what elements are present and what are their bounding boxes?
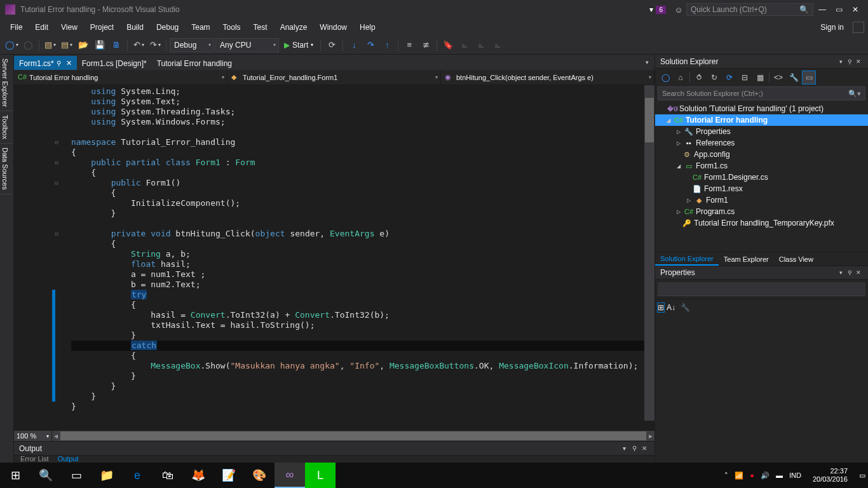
close-tab-icon[interactable]: ✕: [66, 59, 72, 67]
form1resx-node[interactable]: 📄Form1.resx: [655, 183, 868, 194]
project-node[interactable]: ◢C#Tutorial Error handling: [655, 114, 868, 126]
task-view-button[interactable]: ▭: [61, 463, 92, 488]
horizontal-scrollbar[interactable]: 100 %▾ ◂ ▸: [14, 431, 654, 441]
se-dropdown-icon[interactable]: ▾: [836, 58, 845, 65]
platform-dropdown[interactable]: Any CPU: [215, 38, 279, 52]
se-back-icon[interactable]: ◯: [659, 71, 672, 84]
code-editor[interactable]: ⊟⊟⊟ ⊟ using System.Linq; using System.Te…: [14, 85, 654, 431]
system-tray[interactable]: ˄ 📶 ● 🔊 ▬ IND 22:37 20/03/2016 ▭: [724, 467, 868, 484]
tray-chevron-icon[interactable]: ˄: [724, 471, 728, 480]
output-pin-icon[interactable]: ⚲: [629, 445, 639, 452]
props-close-icon[interactable]: ✕: [854, 269, 863, 276]
sign-in-link[interactable]: Sign in: [815, 20, 849, 34]
find-prev-button[interactable]: ⎁: [490, 37, 505, 53]
menu-tools[interactable]: Tools: [217, 20, 247, 34]
menu-debug[interactable]: Debug: [150, 20, 185, 34]
tab-dropdown-button[interactable]: ▾: [639, 55, 654, 70]
start-menu-button[interactable]: ⊞: [0, 463, 31, 488]
browser-link-button[interactable]: ⟳: [324, 37, 339, 53]
new-project-button[interactable]: ▧: [43, 37, 58, 53]
tab-class-view[interactable]: Class View: [774, 254, 818, 265]
maximize-button[interactable]: ▭: [831, 3, 846, 16]
minimize-button[interactable]: —: [815, 3, 830, 16]
toolbox-tab[interactable]: Toolbox: [0, 111, 13, 144]
find-button[interactable]: ⎁: [457, 37, 472, 53]
tab-team-explorer[interactable]: Team Explorer: [719, 254, 774, 265]
clock[interactable]: 22:37 20/03/2016: [808, 467, 853, 484]
solution-node[interactable]: �छSolution 'Tutorial Error handling' (1 …: [655, 103, 868, 114]
config-dropdown[interactable]: Debug: [170, 38, 214, 52]
taskbar-line[interactable]: L: [305, 463, 336, 488]
close-button[interactable]: ✕: [848, 3, 863, 16]
pin-icon[interactable]: ⚲: [57, 60, 61, 67]
se-refresh-icon[interactable]: ⟳: [723, 71, 736, 84]
notifications[interactable]: ▾ 6: [649, 5, 666, 14]
props-categorized-icon[interactable]: ⊞: [658, 303, 664, 312]
save-button[interactable]: 💾: [92, 37, 107, 53]
taskbar-edge[interactable]: e: [122, 463, 153, 488]
vertical-scrollbar[interactable]: [644, 85, 654, 421]
menu-help[interactable]: Help: [353, 20, 382, 34]
open-file-button[interactable]: 📂: [76, 37, 91, 53]
tray-app-icon[interactable]: ●: [750, 471, 754, 479]
se-collapse-icon[interactable]: ⊟: [738, 71, 751, 84]
add-item-button[interactable]: ▤: [59, 37, 74, 53]
tab-solution-explorer[interactable]: Solution Explorer: [655, 253, 719, 266]
se-preview-icon[interactable]: ▭: [803, 71, 815, 84]
step-into-button[interactable]: ↓: [346, 37, 362, 53]
taskbar-visual-studio[interactable]: ∞: [275, 463, 305, 488]
solution-search-input[interactable]: Search Solution Explorer (Ctrl+;) 🔍▾: [658, 86, 865, 100]
props-pin-icon[interactable]: ⚲: [845, 269, 854, 276]
tray-wifi-icon[interactable]: 📶: [735, 471, 743, 480]
start-button[interactable]: ▶Start▾: [280, 38, 317, 52]
menu-team[interactable]: Team: [185, 20, 216, 34]
appconfig-node[interactable]: ⚙App.config: [655, 149, 868, 160]
props-wrench-icon[interactable]: 🔧: [681, 303, 690, 312]
program-node[interactable]: ▷C#Program.cs: [655, 206, 868, 217]
output-dropdown-icon[interactable]: ▾: [619, 445, 629, 452]
account-avatar-icon[interactable]: [853, 22, 864, 33]
action-center-icon[interactable]: ▭: [859, 471, 865, 480]
properties-grid[interactable]: [655, 315, 868, 463]
form1designer-node[interactable]: C#Form1.Designer.cs: [655, 172, 868, 183]
form1-node[interactable]: ◢▭Form1.cs: [655, 160, 868, 172]
tray-volume-icon[interactable]: 🔊: [761, 471, 770, 480]
menu-view[interactable]: View: [55, 20, 84, 34]
menu-build[interactable]: Build: [120, 20, 150, 34]
find-next-button[interactable]: ⎁: [473, 37, 489, 53]
step-out-button[interactable]: ↑: [379, 37, 395, 53]
se-home-icon[interactable]: ⌂: [674, 71, 687, 84]
menu-file[interactable]: File: [4, 20, 29, 34]
taskbar-notes[interactable]: 📝: [214, 463, 244, 488]
feedback-icon[interactable]: ☺: [671, 2, 686, 17]
props-dropdown-icon[interactable]: ▾: [836, 269, 845, 276]
redo-button[interactable]: ↷: [147, 37, 163, 53]
data-sources-tab[interactable]: Data Sources: [0, 144, 13, 194]
properties-node[interactable]: ▷🔧Properties: [655, 126, 868, 137]
se-pending-icon[interactable]: ↻: [708, 71, 721, 84]
step-over-button[interactable]: ↷: [363, 37, 378, 53]
output-tab[interactable]: Output: [54, 455, 83, 463]
nav-project-dropdown[interactable]: C#Tutorial Error handling: [14, 70, 227, 85]
taskbar-file-explorer[interactable]: 📁: [92, 463, 122, 488]
server-explorer-tab[interactable]: Server Explorer: [0, 55, 13, 111]
output-close-icon[interactable]: ✕: [639, 445, 649, 452]
quick-launch-input[interactable]: Quick Launch (Ctrl+Q) 🔍: [686, 3, 813, 16]
se-sync-icon[interactable]: ⥀: [693, 71, 705, 84]
tray-lang[interactable]: IND: [789, 471, 801, 479]
taskbar-firefox[interactable]: 🦊: [183, 463, 214, 488]
undo-button[interactable]: ↶: [131, 37, 146, 53]
solution-tree[interactable]: �छSolution 'Tutorial Error handling' (1 …: [655, 102, 868, 252]
code-content[interactable]: using System.Linq; using System.Text; us…: [65, 85, 654, 431]
tab-form1-cs[interactable]: Form1.cs* ⚲ ✕: [14, 56, 77, 70]
props-alpha-icon[interactable]: A↓: [667, 303, 675, 312]
tab-tutorial[interactable]: Tutorial Error handling: [152, 56, 237, 70]
taskbar-store[interactable]: 🛍: [153, 463, 183, 488]
se-showall-icon[interactable]: ▦: [754, 71, 766, 84]
tempkey-node[interactable]: 🔑Tutorial Error handling_TemporaryKey.pf…: [655, 217, 868, 229]
form1class-node[interactable]: ▷◆Form1: [655, 194, 868, 206]
se-close-icon[interactable]: ✕: [854, 58, 863, 65]
references-node[interactable]: ▷▪▪References: [655, 137, 868, 149]
se-properties-icon[interactable]: 🔧: [787, 71, 800, 84]
tab-form1-design[interactable]: Form1.cs [Design]*: [77, 56, 152, 70]
